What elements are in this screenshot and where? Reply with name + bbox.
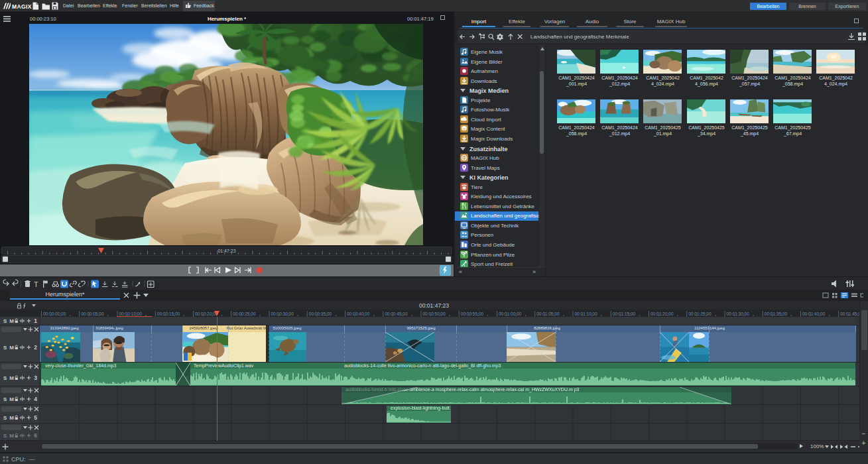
svg-text:00:01:25;00: 00:01:25;00 — [688, 312, 712, 316]
svg-text:00:00:55;00: 00:00:55;00 — [461, 312, 484, 316]
svg-text:00:01:15;00: 00:01:15;00 — [613, 312, 636, 316]
svg-text:00:01:00;00: 00:01:00;00 — [499, 312, 522, 316]
svg-text:00:00:10;00: 00:00:10;00 — [119, 312, 143, 316]
svg-text:00:00:35;00: 00:00:35;00 — [309, 312, 332, 316]
svg-text:00:01:05;00: 00:01:05;00 — [536, 312, 560, 316]
svg-text:00:01:20;00: 00:01:20;00 — [651, 312, 674, 316]
svg-text:00:00:50;00: 00:00:50;00 — [423, 312, 446, 316]
svg-text:00:00:30;00: 00:00:30;00 — [271, 312, 294, 316]
svg-text:00:00:15;00: 00:00:15;00 — [157, 312, 180, 316]
svg-text:00:01:35;00: 00:01:35;00 — [765, 312, 788, 316]
svg-text:00:00:00;00: 00:00:00;00 — [43, 312, 66, 316]
svg-text:00:00:05;00: 00:00:05;00 — [81, 312, 104, 316]
svg-text:00:01:10;00: 00:01:10;00 — [575, 312, 598, 316]
svg-text:00:00:25;00: 00:00:25;00 — [233, 312, 256, 316]
svg-text:T: T — [34, 280, 38, 288]
svg-text:00:01:40;00: 00:01:40;00 — [802, 312, 826, 316]
svg-text:00:01:30;00: 00:01:30;00 — [727, 312, 750, 316]
svg-text:00:00:40;00: 00:00:40;00 — [347, 312, 370, 316]
svg-text:00:00:45;00: 00:00:45;00 — [385, 312, 408, 316]
